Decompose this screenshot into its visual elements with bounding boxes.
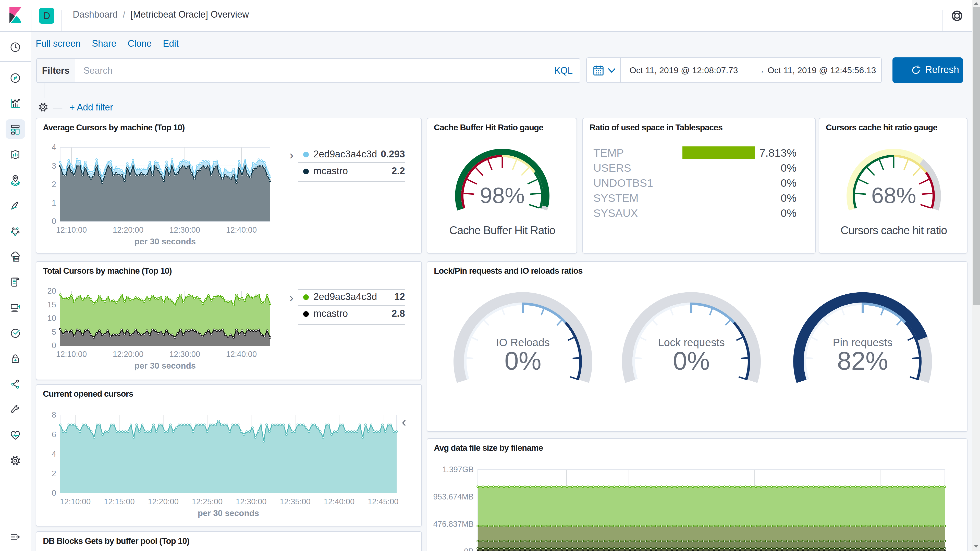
svg-text:0: 0 [52,489,56,497]
svg-text:Cache Buffer Hit Ratio: Cache Buffer Hit Ratio [449,224,555,237]
svg-text:12:10:00: 12:10:00 [56,225,87,234]
svg-text:12:40:00: 12:40:00 [226,350,257,359]
svg-text:1.397GB: 1.397GB [442,465,474,474]
svg-text:12:15:00: 12:15:00 [104,497,135,506]
svg-text:12:35:00: 12:35:00 [280,497,310,506]
svg-text:per 30 seconds: per 30 seconds [198,508,259,518]
svg-text:4: 4 [52,143,56,152]
svg-text:12:30:00: 12:30:00 [169,350,200,359]
svg-text:0%: 0% [504,346,542,375]
svg-text:953.674MB: 953.674MB [433,492,474,501]
svg-text:15: 15 [48,300,56,309]
svg-text:10: 10 [48,314,56,323]
svg-text:12:25:00: 12:25:00 [192,497,223,506]
svg-text:0: 0 [52,217,56,226]
svg-text:12:10:00: 12:10:00 [56,350,87,359]
svg-text:3: 3 [52,162,56,170]
svg-text:8: 8 [52,410,56,419]
svg-text:12:30:00: 12:30:00 [169,225,200,234]
svg-text:12:10:00: 12:10:00 [60,497,91,506]
svg-text:per 30 seconds: per 30 seconds [135,237,196,246]
svg-text:1: 1 [52,198,56,207]
svg-text:0%: 0% [673,346,710,375]
svg-text:12:20:00: 12:20:00 [113,350,144,359]
svg-text:5: 5 [52,327,56,337]
svg-text:12:20:00: 12:20:00 [113,225,144,234]
svg-text:2: 2 [52,180,56,189]
svg-text:12:40:00: 12:40:00 [324,497,355,506]
svg-text:12:45:00: 12:45:00 [368,497,399,506]
svg-text:12:40:00: 12:40:00 [226,225,257,234]
svg-text:12:30:00: 12:30:00 [236,497,267,506]
svg-text:6: 6 [52,430,56,439]
svg-text:0B: 0B [464,547,474,551]
svg-text:476.837MB: 476.837MB [433,519,474,529]
svg-text:4: 4 [52,449,56,458]
svg-text:per 30 seconds: per 30 seconds [135,361,196,370]
svg-text:68%: 68% [871,183,916,208]
svg-text:98%: 98% [480,183,525,208]
svg-text:Cursors cache hit ratio: Cursors cache hit ratio [840,224,947,237]
svg-text:0: 0 [52,341,56,350]
svg-text:82%: 82% [837,346,888,375]
svg-text:2: 2 [52,469,56,478]
svg-text:20: 20 [48,286,56,295]
svg-text:12:20:00: 12:20:00 [148,497,179,506]
